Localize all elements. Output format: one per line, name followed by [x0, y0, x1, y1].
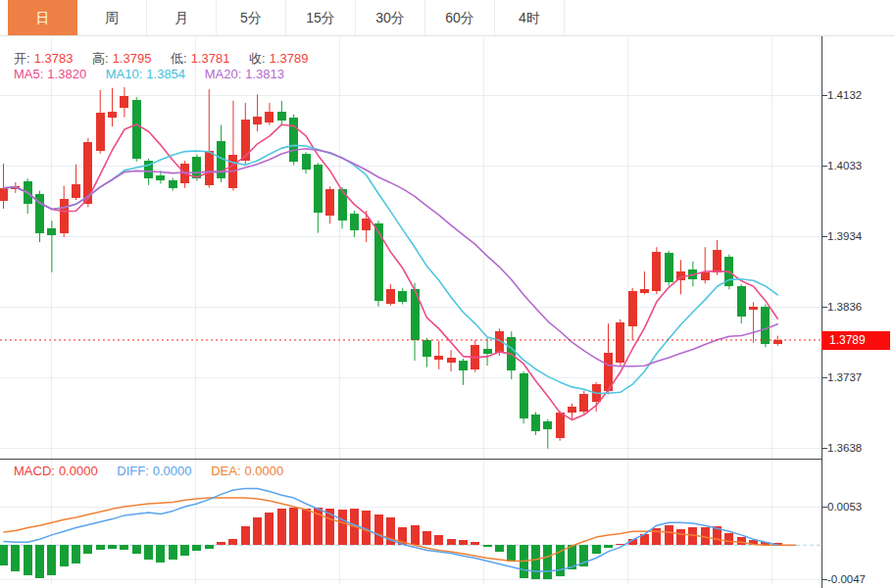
y-axis-label: 1.3934: [827, 229, 890, 243]
macd-value: 0.0000: [59, 464, 98, 478]
macd-bar-down: [35, 545, 44, 577]
candle-up: [640, 289, 649, 293]
candle-up: [713, 250, 721, 272]
candle-up: [241, 120, 250, 161]
macd-bar-up: [471, 542, 479, 546]
macd-axis-label: -0.0047: [827, 572, 890, 586]
macd-readout: MACD:0.0000 DIFF:0.0000 DEA:0.0000: [14, 464, 287, 478]
macd-bar-up: [302, 509, 311, 545]
y-axis-label: 1.3737: [827, 370, 890, 384]
ma5-value: 1.3820: [47, 67, 86, 81]
candle-up: [749, 307, 758, 310]
y-axis-label: 1.3836: [827, 300, 890, 314]
candle-down: [289, 118, 298, 162]
candle-down: [483, 349, 492, 354]
macd-bar-up: [374, 514, 383, 545]
macd-bar-down: [604, 545, 613, 548]
ma20-value: 1.3813: [245, 67, 284, 81]
candle-up: [652, 252, 661, 290]
tab-month[interactable]: 月: [147, 0, 217, 35]
candle-up: [60, 199, 69, 233]
tab-30min[interactable]: 30分: [356, 0, 425, 35]
candle-down: [398, 291, 407, 302]
candle-up: [616, 322, 624, 363]
candle-up: [568, 407, 576, 412]
macd-bar-up: [434, 535, 443, 545]
open-value: 1.3783: [34, 51, 74, 66]
macd-bar-down: [47, 545, 56, 574]
macd-bar-down: [60, 545, 69, 566]
macd-bar-up: [277, 509, 286, 545]
ma20-label: MA20:: [205, 67, 242, 81]
candle-up: [556, 413, 565, 438]
candle-up: [72, 184, 80, 198]
macd-bar-down: [120, 545, 128, 550]
macd-bar-up: [265, 513, 273, 545]
low-value: 1.3781: [191, 51, 230, 66]
ma20-line: [4, 149, 778, 367]
ma5-line: [4, 124, 778, 420]
macd-bar-up: [447, 539, 456, 545]
high-label: 高:: [92, 51, 109, 66]
tab-5min[interactable]: 5分: [217, 0, 286, 35]
tab-4hour[interactable]: 4时: [495, 0, 565, 35]
macd-bar-down: [11, 545, 20, 571]
candle-up: [362, 219, 371, 230]
candle-down: [531, 415, 540, 431]
macd-label: MACD:: [14, 464, 55, 478]
macd-bar-up: [737, 537, 746, 545]
candle-down: [302, 154, 311, 169]
candle-up: [434, 356, 443, 360]
candle-up: [265, 112, 273, 122]
candle-up: [205, 151, 214, 185]
open-label: 开:: [14, 51, 30, 66]
y-axis-label: 1.4132: [827, 88, 890, 102]
candle-down: [350, 214, 359, 230]
macd-axis-label: 0.0053: [827, 500, 890, 514]
candle-down: [192, 157, 201, 178]
candle-down: [520, 373, 528, 418]
macd-bar-up: [253, 517, 262, 545]
candle-down: [459, 361, 468, 370]
macd-bar-up: [241, 526, 250, 545]
macd-bar-down: [531, 545, 540, 579]
ma5-label: MA5:: [14, 67, 43, 81]
candle-down: [737, 286, 746, 317]
candle-up: [386, 289, 395, 304]
candle-up: [447, 358, 456, 363]
y-axis-label: 1.4033: [827, 159, 890, 172]
y-axis-label: 1.3638: [827, 441, 890, 455]
candle-up: [108, 112, 117, 119]
macd-bar-up: [411, 525, 420, 545]
tab-week[interactable]: 周: [77, 0, 147, 35]
macd-bar-up: [228, 539, 237, 546]
macd-bar-down: [108, 545, 117, 549]
dea-value: 0.0000: [245, 464, 284, 478]
tab-60min[interactable]: 60分: [425, 0, 495, 35]
macd-bar-down: [592, 545, 601, 554]
tab-15min[interactable]: 15分: [286, 0, 356, 35]
tab-day[interactable]: 日: [8, 0, 77, 35]
low-label: 低:: [171, 51, 187, 66]
macd-bar-down: [24, 545, 32, 574]
candle-up: [628, 291, 637, 326]
candle-down: [374, 223, 383, 301]
macd-bar-down: [83, 545, 92, 554]
macd-bar-down: [169, 545, 177, 560]
candle-up: [253, 117, 262, 124]
macd-bar-up: [423, 531, 431, 545]
candle-up: [120, 96, 128, 108]
macd-bar-up: [289, 508, 298, 545]
trading-chart-screen: 日 周 月 5分 15分 30分 60分 4时 开:1.3783 高:1.379…: [0, 0, 895, 588]
ma10-label: MA10:: [106, 67, 143, 81]
macd-bar-up: [338, 510, 347, 545]
candle-down: [665, 253, 673, 282]
macd-bar-down: [156, 545, 165, 563]
chart-canvas[interactable]: [0, 0, 895, 588]
candle-down: [543, 421, 552, 429]
candle-down: [423, 340, 431, 357]
candle-down: [169, 180, 177, 188]
macd-bar-down: [507, 545, 516, 562]
candle-up: [701, 272, 710, 281]
candle-up: [579, 394, 588, 412]
